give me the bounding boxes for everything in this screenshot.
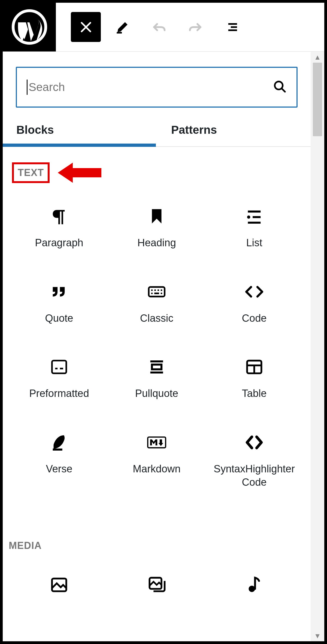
gallery-icon xyxy=(147,573,166,597)
table-icon xyxy=(245,355,264,379)
block-label: Code xyxy=(242,312,267,325)
block-verse[interactable]: Verse xyxy=(10,425,108,494)
block-label: Verse xyxy=(46,462,72,476)
block-code[interactable]: Code xyxy=(205,274,303,330)
tab-patterns[interactable]: Patterns xyxy=(156,116,311,146)
svg-point-9 xyxy=(247,215,250,219)
block-label: List xyxy=(246,236,262,250)
annotation-arrow xyxy=(58,160,101,185)
code-bold-icon xyxy=(245,430,264,455)
svg-line-6 xyxy=(281,88,285,92)
block-grid-media xyxy=(3,556,311,610)
redo-icon xyxy=(188,20,203,35)
search-wrap xyxy=(3,52,311,116)
block-label: Table xyxy=(242,387,267,400)
svg-point-17 xyxy=(151,293,153,294)
category-header-media: MEDIA xyxy=(3,524,311,556)
scroll-down-arrow-icon[interactable]: ▼ xyxy=(311,630,324,641)
editor-frame: Blocks Patterns TEXT Paragraph xyxy=(0,0,327,644)
block-label: Heading xyxy=(137,236,176,250)
block-label: Classic xyxy=(140,312,173,325)
svg-rect-24 xyxy=(152,365,162,370)
tab-blocks[interactable]: Blocks xyxy=(3,116,156,146)
top-toolbar xyxy=(3,3,324,52)
svg-rect-20 xyxy=(52,361,66,373)
category-label-text: TEXT xyxy=(12,162,50,183)
pullquote-icon xyxy=(147,355,166,379)
inserter-tabs: Blocks Patterns xyxy=(3,116,311,147)
text-caret xyxy=(27,80,28,95)
scrollbar-thumb[interactable] xyxy=(313,63,322,136)
edit-button[interactable] xyxy=(107,12,137,42)
undo-button[interactable] xyxy=(144,12,174,42)
details-icon xyxy=(225,20,240,35)
block-table[interactable]: Table xyxy=(205,349,303,406)
block-label: SyntaxHighlighter Code xyxy=(208,462,300,489)
block-image[interactable] xyxy=(10,567,108,610)
pencil-icon xyxy=(115,20,130,35)
block-grid-text: Paragraph Heading xyxy=(3,188,311,494)
block-label: Pullquote xyxy=(135,387,178,400)
block-label: Paragraph xyxy=(35,236,83,250)
block-audio[interactable] xyxy=(205,567,303,610)
markdown-icon xyxy=(147,430,166,455)
block-pullquote[interactable]: Pullquote xyxy=(108,349,205,406)
block-label: Quote xyxy=(45,312,73,325)
wordpress-logo[interactable] xyxy=(3,2,56,51)
block-gallery[interactable] xyxy=(108,567,205,610)
audio-icon xyxy=(245,573,264,597)
block-quote[interactable]: Quote xyxy=(10,274,108,330)
block-syntaxhighlighter[interactable]: SyntaxHighlighter Code xyxy=(205,425,303,494)
redo-button[interactable] xyxy=(180,12,210,42)
block-list[interactable]: List xyxy=(205,199,303,255)
inserter-panel: Blocks Patterns TEXT Paragraph xyxy=(3,52,311,641)
toolbar-buttons xyxy=(56,12,247,42)
svg-rect-12 xyxy=(149,287,165,296)
svg-point-14 xyxy=(154,289,156,291)
svg-point-19 xyxy=(161,293,162,294)
svg-point-16 xyxy=(161,289,162,291)
feather-icon xyxy=(50,430,69,455)
category-label-media: MEDIA xyxy=(9,538,42,554)
search-input[interactable] xyxy=(29,68,273,107)
block-classic[interactable]: Classic xyxy=(108,274,205,330)
block-preformatted[interactable]: Preformatted xyxy=(10,349,108,406)
block-paragraph[interactable]: Paragraph xyxy=(10,199,108,255)
svg-point-15 xyxy=(158,289,159,291)
search-box[interactable] xyxy=(16,67,298,108)
keyboard-icon xyxy=(147,280,166,304)
block-heading[interactable]: Heading xyxy=(108,199,205,255)
undo-icon xyxy=(152,20,166,35)
svg-marker-7 xyxy=(58,163,101,183)
search-icon xyxy=(273,80,287,95)
preformatted-icon xyxy=(50,355,69,379)
code-icon xyxy=(245,280,264,304)
image-icon xyxy=(50,573,69,597)
category-header-text: TEXT xyxy=(3,147,311,188)
details-button[interactable] xyxy=(217,12,247,42)
svg-rect-18 xyxy=(154,293,159,294)
wordpress-icon xyxy=(12,9,47,45)
bookmark-icon xyxy=(147,204,166,229)
vertical-scrollbar[interactable]: ▲ ▼ xyxy=(311,52,324,641)
block-label: Markdown xyxy=(133,462,180,476)
inserter-body: Blocks Patterns TEXT Paragraph xyxy=(3,52,324,641)
svg-point-13 xyxy=(151,289,153,291)
scroll-up-arrow-icon[interactable]: ▲ xyxy=(311,52,324,63)
block-label: Preformatted xyxy=(29,387,89,400)
block-markdown[interactable]: Markdown xyxy=(108,425,205,494)
pilcrow-icon xyxy=(50,204,69,229)
list-icon xyxy=(245,204,264,229)
close-inserter-button[interactable] xyxy=(71,12,101,42)
quote-icon xyxy=(50,280,69,304)
close-icon xyxy=(78,20,93,35)
